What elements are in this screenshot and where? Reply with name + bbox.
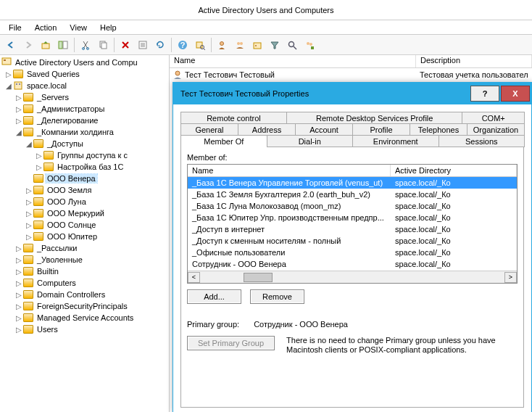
list-item[interactable]: _База 1С Венера Управление Торговлей (ve… — [188, 177, 517, 189]
remove-button[interactable]: Remove — [250, 289, 304, 304]
tree-servers[interactable]: ▷_Servers — [1, 91, 167, 103]
help-button[interactable]: ? — [175, 37, 191, 53]
scroll-left-button[interactable]: < — [188, 272, 200, 283]
tree-luna[interactable]: ▷ООО Луна — [1, 196, 167, 207]
search-button[interactable] — [284, 37, 300, 53]
col-description[interactable]: Description — [416, 55, 532, 67]
list-item[interactable]: _База 1С Луна Молокозавод (moon_mz)space… — [188, 200, 517, 212]
tree-zemlya[interactable]: ▷ООО Земля — [1, 184, 167, 196]
expand-icon[interactable]: ▷ — [25, 210, 33, 218]
tab-complus[interactable]: COM+ — [462, 112, 525, 124]
expand-icon[interactable]: ▷ — [14, 291, 23, 299]
tab-profile[interactable]: Profile — [352, 123, 410, 136]
scroll-thumb[interactable] — [244, 273, 273, 282]
list-item[interactable]: _Доступ к сменным носителям - полныйspac… — [188, 235, 517, 247]
expand-icon[interactable]: ▷ — [14, 117, 23, 125]
menu-help[interactable]: Help — [94, 22, 122, 33]
list-item[interactable]: Сотрудник - ООО Венераspace.local/_Ко — [188, 258, 517, 270]
tab-environment[interactable]: Environment — [352, 135, 439, 147]
tree-mail[interactable]: ▷_Рассылки — [1, 242, 167, 254]
close-button[interactable]: X — [501, 86, 530, 102]
tab-dial-in[interactable]: Dial-in — [267, 135, 354, 147]
tab-organization[interactable]: Organization — [467, 123, 525, 136]
refresh-button[interactable] — [152, 37, 168, 53]
collapse-icon[interactable]: ◢ — [14, 128, 23, 136]
find-button[interactable] — [192, 37, 208, 53]
expand-icon[interactable]: ▷ — [14, 105, 23, 113]
delete-button[interactable] — [117, 37, 133, 53]
nav-back-button[interactable] — [3, 37, 19, 53]
list-item[interactable]: _Доступ в интернетspace.local/_Ко — [188, 223, 517, 235]
cut-button[interactable] — [78, 37, 93, 53]
tree-cfg1c[interactable]: ▷Настройка баз 1С — [1, 161, 167, 173]
new-ou-button[interactable] — [249, 37, 265, 53]
expand-icon[interactable]: ▷ — [14, 268, 23, 276]
collapse-icon[interactable]: ◢ — [4, 82, 13, 90]
tab-general[interactable]: General — [180, 123, 238, 136]
col-adds[interactable]: Active Directory — [391, 165, 517, 176]
tree-saved-queries[interactable]: ▷Saved Queries — [1, 68, 167, 80]
filter-button[interactable] — [267, 37, 283, 53]
tab-telephones[interactable]: Telephones — [410, 123, 467, 136]
new-group-button[interactable] — [232, 37, 248, 53]
expand-icon[interactable]: ▷ — [14, 314, 23, 322]
expand-icon[interactable]: ▷ — [14, 94, 23, 102]
tree-groups[interactable]: ▷Группы доступа к с — [1, 149, 167, 161]
tree-fired[interactable]: ▷_Уволенные — [1, 254, 167, 265]
menu-file[interactable]: File — [3, 22, 28, 33]
expand-icon[interactable]: ▷ — [14, 326, 23, 334]
tree-dc[interactable]: ▷Domain Controllers — [1, 289, 167, 300]
tree-holding[interactable]: ◢_Компании холдинга — [1, 126, 167, 138]
col-name[interactable]: Name — [188, 165, 391, 176]
member-of-list[interactable]: Name Active Directory _База 1С Венера Уп… — [187, 164, 518, 284]
dialog-titlebar[interactable]: Тест Тестович Тестовый Properties ? X — [173, 83, 531, 104]
list-item[interactable]: _База 1С Земля Бухгалтерия 2.0 (earth_bu… — [188, 189, 517, 200]
tree-merkuriy[interactable]: ▷ООО Меркурий — [1, 207, 167, 219]
tree-msa[interactable]: ▷Managed Service Accounts — [1, 312, 167, 324]
tab-remote-control[interactable]: Remote control — [180, 112, 287, 124]
tree-delegation[interactable]: ▷_Делегирование — [1, 115, 167, 126]
copy-button[interactable] — [95, 37, 111, 53]
add-button[interactable]: Add... — [187, 289, 241, 304]
list-item[interactable]: _База 1С Юпитер Упр. производственным пр… — [188, 212, 517, 223]
properties-button[interactable] — [135, 37, 151, 53]
expand-icon[interactable]: ▷ — [25, 198, 33, 206]
tree-domain[interactable]: ◢space.local — [1, 80, 167, 91]
tree-solnce[interactable]: ▷ООО Солнце — [1, 219, 167, 231]
tree-venera[interactable]: ООО Венера — [1, 173, 167, 184]
expand-icon[interactable]: ▷ — [14, 244, 23, 252]
tab-member-of[interactable]: Member Of — [180, 135, 267, 147]
tab-rdsp[interactable]: Remote Desktop Services Profile — [286, 112, 463, 124]
tree-root[interactable]: Active Directory Users and Compu — [1, 57, 167, 68]
expand-icon[interactable]: ▷ — [4, 70, 13, 78]
collapse-icon[interactable]: ◢ — [25, 140, 33, 148]
add-to-group-button[interactable] — [302, 37, 317, 53]
horizontal-scrollbar[interactable]: < > — [188, 271, 517, 283]
tree-pane[interactable]: Active Directory Users and Compu ▷Saved … — [0, 55, 170, 412]
expand-icon[interactable]: ▷ — [35, 152, 43, 160]
tree-admins[interactable]: ▷_Администраторы — [1, 103, 167, 115]
tab-account[interactable]: Account — [295, 123, 353, 136]
show-hide-tree-button[interactable] — [55, 37, 71, 53]
expand-icon[interactable]: ▷ — [35, 163, 43, 171]
tab-address[interactable]: Address — [238, 123, 296, 136]
menu-view[interactable]: View — [64, 22, 93, 33]
expand-icon[interactable]: ▷ — [14, 279, 23, 287]
expand-icon[interactable]: ▷ — [25, 186, 33, 194]
tree-fsp[interactable]: ▷ForeignSecurityPrincipals — [1, 300, 167, 312]
tree-jupiter[interactable]: ▷ООО Юпитер — [1, 231, 167, 242]
expand-icon[interactable]: ▷ — [14, 302, 23, 310]
scroll-right-button[interactable]: > — [504, 272, 517, 283]
up-button[interactable] — [38, 37, 54, 53]
expand-icon[interactable]: ▷ — [25, 233, 33, 241]
expand-icon[interactable]: ▷ — [25, 221, 33, 229]
menu-action[interactable]: Action — [29, 22, 63, 33]
new-user-button[interactable] — [215, 37, 230, 53]
col-name[interactable]: Name — [170, 55, 416, 67]
tree-users[interactable]: ▷Users — [1, 324, 167, 335]
help-button[interactable]: ? — [470, 86, 499, 102]
tab-sessions[interactable]: Sessions — [439, 135, 525, 147]
list-item[interactable]: _Офисные пользователиspace.local/_Ко — [188, 247, 517, 258]
list-row[interactable]: Тест Тестович Тестовый Тестовая учетка п… — [170, 68, 532, 81]
expand-icon[interactable]: ▷ — [14, 256, 23, 264]
